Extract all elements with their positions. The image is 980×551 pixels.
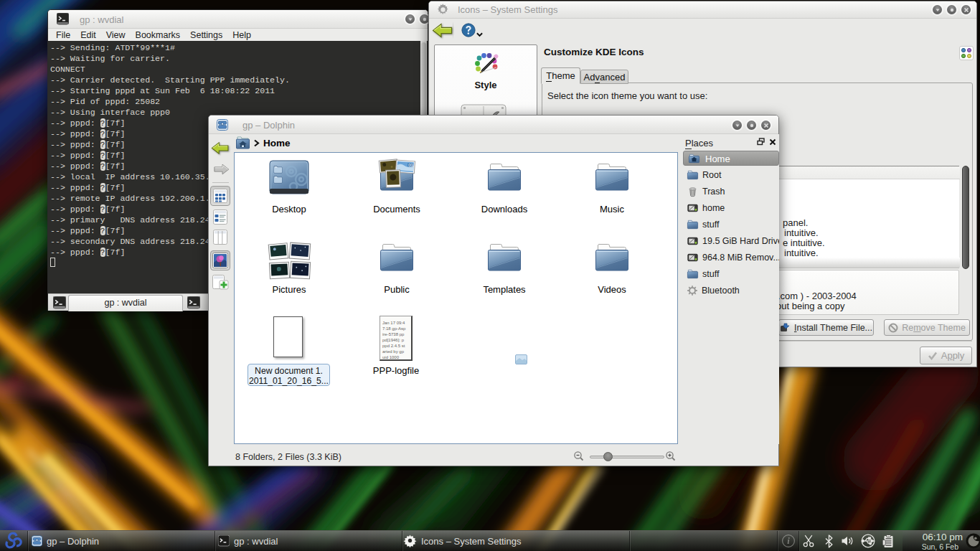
svg-text:00: 00 — [408, 163, 413, 167]
svg-text:i: i — [787, 536, 790, 546]
